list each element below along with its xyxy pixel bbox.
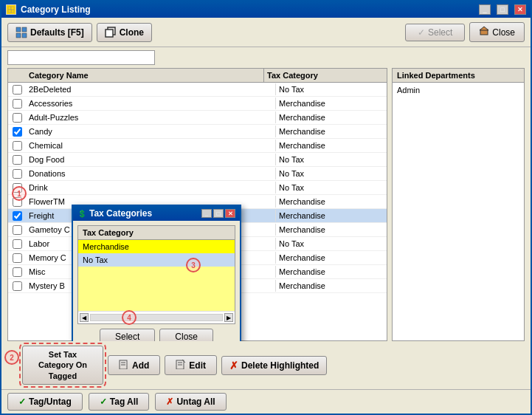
row-checkbox[interactable] bbox=[8, 141, 26, 151]
dialog-scroll-left-button[interactable]: ◀ bbox=[80, 313, 89, 322]
defaults-button[interactable]: Defaults [F5] bbox=[7, 23, 92, 42]
row-checkbox[interactable] bbox=[8, 155, 26, 165]
row-category-name: Adult-Puzzles bbox=[26, 112, 276, 123]
row-tax-value: Merchandise bbox=[276, 210, 387, 222]
footer-toolbar: ✓ Tag/Untag ✓ Tag All ✗ Untag All bbox=[1, 389, 531, 414]
row-checkbox[interactable] bbox=[8, 225, 26, 235]
row-category-name: Accessories bbox=[26, 97, 276, 109]
row-checkbox[interactable] bbox=[8, 183, 26, 193]
delete-label: Delete Highlighted bbox=[241, 360, 319, 371]
svg-rect-2 bbox=[11, 7, 14, 10]
tag-all-button[interactable]: ✓ Tag All bbox=[89, 393, 150, 411]
svg-rect-9 bbox=[106, 30, 113, 37]
untag-all-button[interactable]: ✗ Untag All bbox=[155, 393, 226, 411]
svg-rect-7 bbox=[22, 33, 27, 38]
svg-marker-11 bbox=[480, 27, 488, 30]
table-row[interactable]: Drink No Tax bbox=[8, 181, 387, 195]
linked-departments-panel: Linked Departments Admin bbox=[392, 68, 525, 341]
row-category-name: 2BeDeleted bbox=[26, 83, 276, 95]
close-main-label: Close bbox=[492, 27, 515, 38]
row-checkbox[interactable] bbox=[8, 267, 26, 277]
row-tax-value: No Tax bbox=[276, 182, 387, 193]
dialog-select-button[interactable]: Select bbox=[100, 329, 155, 341]
dialog-scroll-right-button[interactable]: ▶ bbox=[224, 313, 233, 322]
select-button[interactable]: ✓ Select bbox=[405, 24, 465, 41]
dialog-table: Tax Category Merchandise No Tax ◀ ▶ bbox=[77, 225, 235, 324]
header-checkbox-col bbox=[8, 69, 26, 82]
row-checkbox[interactable] bbox=[8, 253, 26, 263]
add-icon bbox=[119, 359, 129, 371]
title-bar: Category Listing _ □ ✕ bbox=[1, 1, 531, 18]
dialog-close-action-button[interactable]: Close bbox=[159, 329, 213, 341]
dialog-minimize-button[interactable]: _ bbox=[201, 209, 212, 218]
minimize-button[interactable]: _ bbox=[479, 4, 491, 15]
edit-icon bbox=[176, 359, 186, 371]
clone-button[interactable]: Clone bbox=[97, 23, 152, 42]
table-row[interactable]: 2BeDeleted No Tax bbox=[8, 83, 387, 97]
right-panel: Linked Departments Admin bbox=[392, 68, 525, 341]
add-button[interactable]: Add bbox=[108, 355, 160, 375]
row-checkbox[interactable] bbox=[8, 99, 26, 109]
dialog-container: 💲 Tax Categories _ □ ✕ Tax Category Merc… bbox=[72, 205, 241, 341]
tax-categories-dialog: 💲 Tax Categories _ □ ✕ Tax Category Merc… bbox=[72, 205, 241, 341]
linked-dept-header: Linked Departments bbox=[393, 69, 524, 83]
maximize-button[interactable]: □ bbox=[497, 4, 508, 15]
edit-label: Edit bbox=[189, 360, 206, 371]
dialog-title-icon: 💲 bbox=[77, 210, 86, 218]
svg-rect-1 bbox=[11, 10, 14, 13]
tag-untag-icon: ✓ bbox=[18, 397, 26, 407]
dialog-row-merchandise[interactable]: Merchandise bbox=[78, 240, 235, 253]
row-checkbox[interactable] bbox=[8, 239, 26, 249]
table-row[interactable]: Accessories Merchandise bbox=[8, 97, 387, 111]
row-tax-value: Merchandise bbox=[276, 196, 387, 208]
dialog-close-button[interactable]: ✕ bbox=[225, 209, 235, 218]
annotation-2: 2 bbox=[4, 350, 19, 365]
row-tax-value: No Tax bbox=[276, 83, 387, 95]
row-checkbox[interactable] bbox=[8, 113, 26, 123]
set-tax-button[interactable]: Set Tax Category On Tagged bbox=[22, 346, 103, 385]
row-category-name: Chemical bbox=[26, 140, 276, 151]
row-tax-value: Merchandise bbox=[276, 140, 387, 151]
dialog-maximize-button[interactable]: □ bbox=[213, 209, 224, 218]
row-checkbox[interactable] bbox=[8, 197, 26, 207]
row-checkbox[interactable] bbox=[8, 127, 26, 137]
row-category-name: Dog Food bbox=[26, 154, 276, 165]
defaults-label: Defaults [F5] bbox=[30, 27, 84, 38]
row-tax-value: No Tax bbox=[276, 168, 387, 179]
row-checkbox[interactable] bbox=[8, 211, 26, 221]
row-tax-value: Merchandise bbox=[276, 126, 387, 137]
dialog-row-notax[interactable]: No Tax bbox=[78, 253, 235, 267]
dialog-body: Tax Category Merchandise No Tax ◀ ▶ Sele… bbox=[73, 221, 240, 341]
delete-icon: ✗ bbox=[229, 360, 238, 371]
search-bar bbox=[1, 47, 531, 68]
row-checkbox[interactable] bbox=[8, 85, 26, 95]
search-input[interactable] bbox=[7, 50, 155, 65]
table-row[interactable]: Donations No Tax bbox=[8, 167, 387, 181]
window-close-button[interactable]: ✕ bbox=[514, 4, 526, 15]
main-content: Category Name Tax Category 2BeDeleted No… bbox=[1, 68, 531, 341]
select-label: Select bbox=[428, 27, 452, 38]
table-row[interactable]: Chemical Merchandise bbox=[8, 139, 387, 153]
table-row[interactable]: Dog Food No Tax bbox=[8, 153, 387, 167]
header-tax-category: Tax Category bbox=[264, 69, 375, 82]
svg-rect-5 bbox=[22, 27, 27, 32]
untag-all-icon: ✗ bbox=[166, 397, 173, 407]
tag-all-icon: ✓ bbox=[100, 397, 107, 407]
svg-rect-3 bbox=[8, 10, 11, 13]
main-toolbar: Defaults [F5] Clone ✓ Select Clos bbox=[1, 18, 531, 47]
tag-untag-button[interactable]: ✓ Tag/Untag bbox=[7, 393, 83, 411]
table-row[interactable]: Adult-Puzzles Merchandise bbox=[8, 111, 387, 125]
window-title: Category Listing bbox=[21, 4, 473, 15]
row-category-name: Candy bbox=[26, 126, 276, 137]
row-category-name: Donations bbox=[26, 168, 276, 179]
svg-rect-4 bbox=[16, 27, 21, 32]
header-category-name: Category Name bbox=[26, 69, 264, 82]
row-checkbox[interactable] bbox=[8, 169, 26, 179]
row-checkbox[interactable] bbox=[8, 281, 26, 291]
dialog-title-text: Tax Categories bbox=[89, 208, 152, 219]
delete-button[interactable]: ✗ Delete Highlighted bbox=[221, 356, 327, 375]
edit-button[interactable]: Edit bbox=[165, 355, 217, 375]
table-row[interactable]: Candy Merchandise bbox=[8, 125, 387, 139]
dialog-scroll-track[interactable] bbox=[90, 314, 223, 321]
close-main-button[interactable]: Close bbox=[469, 22, 525, 42]
